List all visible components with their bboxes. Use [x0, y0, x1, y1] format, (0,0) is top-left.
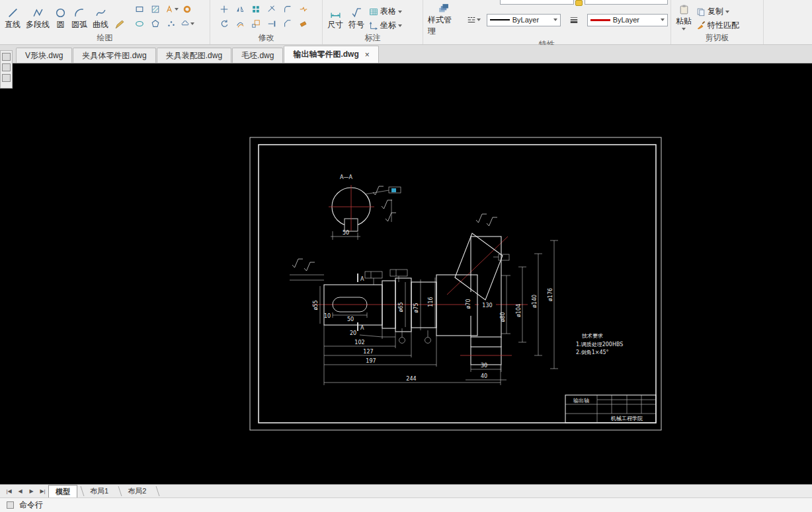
- linetype-value: ByLayer: [512, 16, 551, 24]
- chamfer-tool[interactable]: [280, 17, 296, 31]
- offset-tool[interactable]: [232, 17, 248, 31]
- table-button[interactable]: 表格: [368, 5, 403, 18]
- trim-tool[interactable]: [264, 2, 280, 17]
- trim-icon: [267, 5, 276, 14]
- color-combo-partial[interactable]: [585, 0, 668, 5]
- polygon-tool[interactable]: [147, 17, 163, 31]
- polyline-icon: [32, 7, 44, 18]
- point-tool[interactable]: [163, 17, 179, 31]
- arc-icon: [74, 7, 85, 18]
- lineweight-list-button[interactable]: [566, 13, 581, 27]
- mirror-tool[interactable]: [232, 2, 248, 17]
- grip-box[interactable]: [391, 188, 396, 192]
- tab-close-icon[interactable]: ×: [365, 50, 370, 59]
- dim-d20: 20: [350, 330, 356, 336]
- doc-tab-fixture-assembly[interactable]: 夹具装配图.dwg: [157, 48, 231, 63]
- coordinate-icon: [369, 21, 378, 30]
- break-tool[interactable]: [296, 2, 311, 17]
- last-layout-icon[interactable]: ▶|: [37, 488, 48, 494]
- paste-label: 粘贴: [676, 16, 692, 27]
- erase-icon: [299, 19, 308, 28]
- paste-button[interactable]: 粘贴: [674, 3, 694, 32]
- section-view: A—A 50: [329, 174, 401, 240]
- dim-dia176: ø176: [548, 288, 553, 301]
- first-layout-icon[interactable]: |◀: [3, 488, 15, 494]
- palette-layers-icon[interactable]: [2, 53, 11, 61]
- panel-clipboard: 粘贴 复制 特性匹配 剪切板: [671, 0, 764, 44]
- notes-title: 技术要求: [581, 333, 603, 339]
- linetype-list-button[interactable]: [466, 13, 481, 27]
- move-tool[interactable]: [216, 2, 232, 17]
- erase-tool[interactable]: [296, 17, 311, 31]
- extend-tool[interactable]: [264, 17, 280, 31]
- dimension-button[interactable]: 尺寸: [325, 6, 345, 32]
- doc-tab-label: 毛坯.dwg: [241, 50, 274, 61]
- line-label: 直线: [5, 19, 20, 30]
- tab-layout2[interactable]: 布局2: [121, 485, 153, 497]
- arc-button[interactable]: 圆弧: [69, 6, 89, 32]
- revcloud-tool[interactable]: [179, 17, 195, 31]
- command-line[interactable]: 命令行: [0, 497, 812, 512]
- doc-tab-output-shaft[interactable]: 输出轴零件图.dwg ×: [284, 46, 378, 63]
- linetype-sample: [490, 19, 510, 20]
- match-properties-button[interactable]: 特性匹配: [695, 19, 741, 32]
- caret-down-icon: [190, 22, 194, 25]
- model-space-canvas[interactable]: A—A 50: [0, 63, 812, 484]
- rotate-tool[interactable]: [216, 17, 232, 31]
- copy-button[interactable]: 复制: [695, 5, 741, 18]
- layer-bulb-icon[interactable]: [575, 0, 583, 6]
- spline-button[interactable]: 曲线: [91, 6, 110, 32]
- circle-button[interactable]: 圆: [53, 6, 68, 32]
- text-tool[interactable]: [163, 2, 179, 17]
- lineweight-list-icon: [569, 15, 579, 24]
- next-layout-icon[interactable]: ▶: [26, 488, 37, 494]
- linetype-combo-partial[interactable]: [500, 0, 574, 5]
- dim-d102: 102: [354, 340, 364, 346]
- panel-filler: [764, 0, 812, 44]
- line-icon: [7, 7, 19, 18]
- dim-dia55: ø55: [313, 300, 319, 310]
- coordinate-button[interactable]: 坐标: [368, 19, 403, 32]
- section-mark-a-top: A: [360, 276, 364, 282]
- dimension-label: 尺寸: [327, 19, 343, 30]
- tab-layout1[interactable]: 布局1: [83, 485, 115, 497]
- hatch-icon: [151, 5, 160, 14]
- color-select[interactable]: ByLayer: [587, 14, 668, 26]
- fillet-tool[interactable]: [280, 2, 296, 17]
- doc-tab-fixture-part[interactable]: 夹具体零件图.dwg: [73, 48, 155, 63]
- rotate-icon: [220, 19, 229, 28]
- polyline-button[interactable]: 多段线: [24, 6, 52, 32]
- doc-tab-label: V形块.dwg: [25, 50, 63, 61]
- dim-d40: 40: [481, 373, 487, 379]
- donut-tool[interactable]: [179, 2, 195, 17]
- freehand-button[interactable]: [112, 18, 127, 32]
- symbol-button[interactable]: 符号: [346, 6, 366, 32]
- rectangle-tool[interactable]: [132, 2, 147, 17]
- dim-d30: 30: [481, 363, 487, 369]
- style-manager-button[interactable]: 样式管理: [426, 1, 460, 38]
- command-line-label: 命令行: [19, 499, 43, 511]
- prev-layout-icon[interactable]: ◀: [15, 488, 26, 494]
- arc-label: 圆弧: [71, 19, 87, 30]
- line-button[interactable]: 直线: [3, 6, 22, 32]
- layout-tab-bar: |◀ ◀ ▶ ▶| 模型 布局1 布局2: [0, 484, 812, 497]
- tech-notes: 技术要求 1.调质处理200HBS 2.倒角1×45°: [576, 333, 623, 355]
- ellipse-tool[interactable]: [132, 17, 147, 31]
- scale-tool[interactable]: [248, 17, 264, 31]
- hatch-tool[interactable]: [147, 2, 163, 17]
- dim-dia70: ø70: [466, 299, 471, 309]
- style-manager-label: 样式管理: [428, 15, 458, 37]
- array-tool[interactable]: [248, 2, 264, 17]
- palette-properties-icon[interactable]: [2, 63, 11, 71]
- palette-library-icon[interactable]: [2, 74, 11, 82]
- circle-label: 圆: [57, 19, 65, 30]
- donut-icon: [183, 5, 192, 14]
- dim-dia75: ø75: [413, 303, 419, 312]
- tab-model[interactable]: 模型: [48, 485, 77, 497]
- polyline-label: 多段线: [26, 19, 50, 30]
- panel-modify: 修改: [210, 0, 323, 44]
- doc-tab-blank[interactable]: 毛坯.dwg: [232, 48, 283, 63]
- doc-tab-v-block[interactable]: V形块.dwg: [16, 48, 72, 63]
- linetype-select[interactable]: ByLayer: [487, 14, 561, 26]
- caret-down-icon: [725, 11, 729, 13]
